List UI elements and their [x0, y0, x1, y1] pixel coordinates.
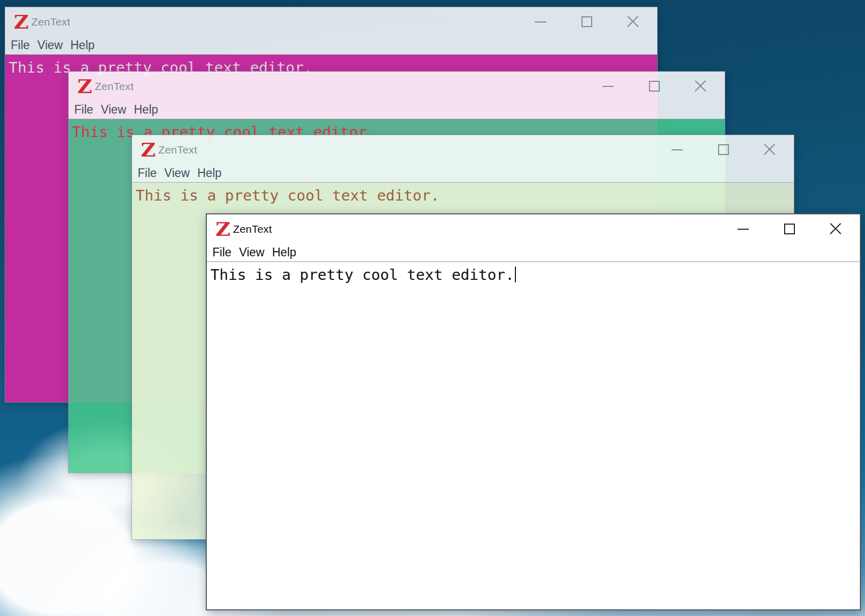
menu-help[interactable]: Help	[71, 38, 95, 52]
zentext-logo-icon: Z	[215, 219, 230, 238]
close-button[interactable]	[677, 72, 723, 101]
titlebar[interactable]: Z ZenText	[132, 135, 794, 164]
close-icon	[763, 143, 776, 156]
menu-help[interactable]: Help	[198, 166, 222, 180]
close-button[interactable]	[746, 135, 792, 164]
window-controls	[517, 7, 656, 36]
zentext-logo-icon: Z	[77, 77, 92, 96]
text-cursor	[515, 267, 516, 282]
maximize-button[interactable]	[564, 7, 610, 36]
minimize-button[interactable]	[517, 7, 564, 36]
titlebar[interactable]: Z ZenText	[69, 72, 725, 101]
document-text: This is a pretty cool text editor.	[136, 187, 440, 204]
menu-view[interactable]: View	[101, 103, 126, 117]
text-editor-area[interactable]: This is a pretty cool text editor.	[207, 262, 860, 609]
maximize-icon	[581, 16, 592, 27]
zentext-logo-icon: Z	[14, 12, 29, 31]
menu-file[interactable]: File	[138, 166, 157, 180]
maximize-icon	[718, 144, 729, 155]
menu-help[interactable]: Help	[272, 246, 296, 259]
window-controls	[585, 72, 723, 101]
close-button[interactable]	[812, 214, 858, 244]
close-icon	[626, 15, 639, 28]
minimize-icon	[602, 86, 614, 87]
close-icon	[829, 223, 842, 235]
minimize-icon	[672, 149, 683, 150]
window-title: ZenText	[31, 16, 70, 28]
menubar: File View Help	[5, 36, 657, 55]
titlebar[interactable]: Z ZenText	[207, 214, 860, 244]
window-title: ZenText	[233, 223, 272, 235]
menubar: File View Help	[132, 164, 794, 183]
menubar: File View Help	[207, 244, 860, 262]
titlebar[interactable]: Z ZenText	[5, 7, 657, 36]
maximize-button[interactable]	[631, 72, 677, 101]
menu-file[interactable]: File	[74, 103, 93, 117]
maximize-button[interactable]	[700, 135, 746, 164]
menu-file[interactable]: File	[11, 38, 30, 52]
menubar: File View Help	[69, 101, 725, 119]
maximize-icon	[784, 224, 795, 234]
menu-view[interactable]: View	[37, 38, 62, 52]
maximize-icon	[649, 81, 660, 92]
close-icon	[694, 80, 707, 93]
close-button[interactable]	[610, 7, 656, 36]
window-controls	[654, 135, 792, 164]
menu-view[interactable]: View	[239, 246, 264, 259]
minimize-icon	[535, 21, 546, 23]
maximize-button[interactable]	[766, 214, 812, 244]
menu-help[interactable]: Help	[134, 103, 158, 117]
document-text: This is a pretty cool text editor.	[210, 266, 514, 283]
minimize-icon	[738, 229, 749, 230]
minimize-button[interactable]	[585, 72, 631, 101]
window-controls	[720, 214, 858, 244]
minimize-button[interactable]	[720, 214, 766, 244]
zentext-logo-icon: Z	[141, 140, 156, 159]
window-title: ZenText	[95, 80, 134, 93]
zentext-window-4[interactable]: Z ZenText File View Help This is a prett…	[206, 213, 861, 610]
window-title: ZenText	[158, 144, 197, 156]
menu-view[interactable]: View	[164, 166, 189, 180]
menu-file[interactable]: File	[212, 246, 231, 259]
minimize-button[interactable]	[654, 135, 700, 164]
